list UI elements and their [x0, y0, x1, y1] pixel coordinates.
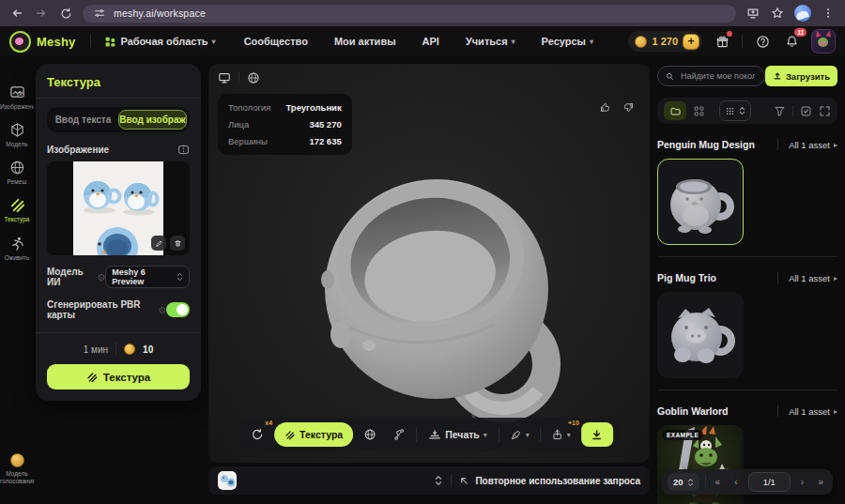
first-page-button[interactable]: «: [712, 477, 725, 487]
grid-dots-icon: [725, 106, 735, 116]
share-icon: [551, 429, 563, 441]
rail-item-model-voting[interactable]: Модель голосования: [0, 453, 34, 485]
texture-panel: Текстура Ввод текста Ввод изображ Изобра…: [36, 64, 201, 401]
rewards-button[interactable]: [713, 32, 731, 51]
section-count-link[interactable]: All 1 asset▸: [777, 272, 837, 283]
grid-view-icon[interactable]: [693, 105, 705, 117]
notifications-badge: 11: [794, 28, 807, 37]
site-settings-icon[interactable]: [92, 6, 107, 21]
reuse-prompt-button[interactable]: Повторное использование запроса: [459, 476, 640, 486]
credits-count: 1 270: [652, 36, 678, 47]
asset-search[interactable]: [657, 66, 765, 86]
upload-button[interactable]: Загрузить: [765, 66, 837, 86]
example-badge: EXAMPLE: [662, 430, 703, 440]
last-page-button[interactable]: »: [814, 477, 827, 487]
thumbs-down-icon[interactable]: [622, 101, 635, 114]
rig-tool-button[interactable]: [387, 422, 411, 447]
download-button[interactable]: [581, 422, 613, 447]
filter-icon[interactable]: [774, 105, 786, 117]
print-button[interactable]: Печать ▾: [422, 422, 494, 447]
delete-image-button[interactable]: [170, 236, 185, 251]
thumbs-up-icon[interactable]: [599, 101, 611, 114]
ai-model-select[interactable]: Meshy 6 Preview: [105, 266, 190, 288]
meshy-logo[interactable]: Meshy: [9, 31, 75, 53]
cost-row: 1 мин 10: [47, 343, 190, 356]
texture-tool-button[interactable]: Текстура: [274, 422, 353, 447]
trash-icon: [174, 239, 182, 248]
page-size-select[interactable]: 20: [668, 473, 699, 491]
browser-profile-avatar[interactable]: [794, 5, 811, 22]
credits-pill[interactable]: 1 270 +: [628, 31, 702, 52]
stylize-button[interactable]: ▾: [504, 422, 535, 447]
grid-size-select[interactable]: [719, 100, 751, 121]
meshy-workspace: meshy.ai/workspace Meshy Рабочая область…: [0, 0, 845, 504]
bookmark-star-icon[interactable]: [770, 6, 785, 21]
pig-mug-preview: [657, 292, 741, 375]
nav-resources[interactable]: Ресурсы▾: [542, 36, 593, 47]
section-count-link[interactable]: All 1 asset▸: [777, 139, 837, 150]
notifications-button[interactable]: 11: [782, 32, 801, 51]
remesh-icon: [9, 160, 25, 176]
penguin-mug-preview: [658, 160, 742, 243]
image-label: Изображение: [47, 145, 109, 155]
panel-title: Текстура: [47, 75, 190, 89]
compare-icon[interactable]: [177, 144, 190, 156]
reload-icon[interactable]: [58, 6, 73, 21]
install-icon[interactable]: [745, 6, 760, 21]
help-button[interactable]: [753, 32, 772, 51]
workspace-selector[interactable]: Рабочая область ▾: [104, 36, 215, 48]
nav-learn[interactable]: Учиться▾: [466, 36, 515, 47]
address-bar[interactable]: meshy.ai/workspace: [83, 5, 736, 23]
asset-card-penguin-mug[interactable]: [657, 159, 744, 245]
tab-image-input[interactable]: Ввод изображ: [118, 110, 187, 130]
rail-item-animate[interactable]: Оживить: [0, 236, 34, 262]
retry-count-badge: x4: [265, 420, 272, 426]
reference-image-thumbnail[interactable]: [47, 161, 190, 255]
chevron-down-icon: ▾: [484, 431, 487, 439]
nav-api[interactable]: API: [422, 36, 439, 47]
add-credits-button[interactable]: +: [683, 34, 699, 50]
prev-page-button[interactable]: ‹: [730, 477, 743, 487]
select-chevrons-icon: [687, 478, 694, 487]
shaded-view-icon[interactable]: [218, 71, 231, 84]
browser-menu-icon[interactable]: [821, 6, 836, 21]
nav-community[interactable]: Сообщество: [244, 36, 308, 47]
rail-item-model[interactable]: Модель: [0, 122, 34, 148]
3d-print-icon: [428, 428, 441, 441]
share-button[interactable]: ▾ +10: [545, 422, 576, 447]
generate-texture-button[interactable]: Текстура: [47, 364, 190, 389]
section-count-link[interactable]: All 1 asset▸: [777, 405, 837, 417]
select-assets-icon[interactable]: [800, 105, 812, 117]
prompt-thumbnail[interactable]: [218, 471, 237, 490]
texture-icon: [86, 372, 98, 383]
coin-icon: [124, 344, 135, 355]
coin-icon: [635, 36, 647, 48]
edit-image-button[interactable]: [151, 236, 166, 251]
expand-panel-icon[interactable]: [819, 105, 831, 117]
rail-item-texture[interactable]: Текстура: [0, 197, 34, 223]
user-avatar[interactable]: [811, 29, 836, 53]
3d-viewport[interactable]: Топология Треугольник Лица 345 270 Верши…: [208, 64, 650, 463]
pbr-toggle[interactable]: [166, 302, 190, 317]
folder-view-button[interactable]: [664, 101, 686, 120]
forward-icon[interactable]: [34, 6, 49, 21]
search-input[interactable]: [679, 70, 757, 82]
rig-icon: [392, 428, 406, 441]
tab-text-input[interactable]: Ввод текста: [50, 110, 116, 130]
wireframe-view-icon[interactable]: [247, 71, 260, 84]
expand-prompt-icon[interactable]: [434, 475, 443, 486]
back-icon[interactable]: [9, 6, 24, 21]
remesh-tool-button[interactable]: [358, 422, 382, 447]
meshy-logo-icon: [9, 31, 31, 53]
asset-card-pig-mug[interactable]: [657, 292, 744, 378]
texture-icon: [284, 430, 295, 440]
assets-panel: Загрузить Penguin Mug Design All 1 asset…: [657, 56, 837, 504]
rail-item-remesh[interactable]: Ремеш: [0, 160, 34, 186]
cube-icon: [9, 122, 25, 138]
regenerate-button[interactable]: x4: [245, 422, 269, 447]
pagination-bar: 20 « ‹ 1/1 › »: [662, 469, 833, 495]
chevron-down-icon: ▾: [590, 38, 593, 46]
rail-item-image[interactable]: AI Изображение: [0, 84, 34, 111]
next-page-button[interactable]: ›: [796, 477, 809, 487]
nav-my-assets[interactable]: Мои активы: [334, 36, 396, 47]
